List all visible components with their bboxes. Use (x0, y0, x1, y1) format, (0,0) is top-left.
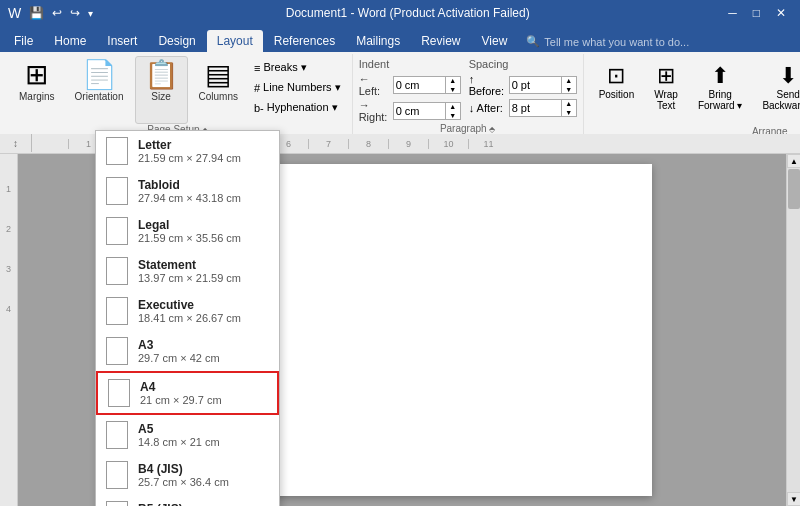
size-option-a3[interactable]: A329.7 cm × 42 cm (96, 331, 279, 371)
page-size-icon (106, 421, 128, 449)
tab-mailings[interactable]: Mailings (346, 30, 410, 52)
ribbon-group-paragraph: Indent ← Left: 0 cm ▲ ▼ → Right: 0 cm (353, 54, 584, 134)
orientation-button[interactable]: 📄 Orientation (66, 56, 133, 124)
page-setup-buttons: ⊞ Margins 📄 Orientation 📋 Size ▤ Columns… (10, 56, 346, 124)
scroll-track[interactable] (787, 168, 800, 492)
spacing-label: Spacing (469, 58, 577, 70)
page-size-dims: 13.97 cm × 21.59 cm (138, 272, 241, 284)
spacing-after-down[interactable]: ▼ (562, 108, 576, 117)
margins-icon: ⊞ (25, 61, 48, 89)
page-size-icon (106, 257, 128, 285)
indent-left-input[interactable]: 0 cm ▲ ▼ (393, 76, 461, 94)
search-field[interactable]: Tell me what you want to do... (544, 36, 689, 48)
indent-right-input[interactable]: 0 cm ▲ ▼ (393, 102, 461, 120)
margins-button[interactable]: ⊞ Margins (10, 56, 64, 124)
scroll-down-btn[interactable]: ▼ (787, 492, 800, 506)
maximize-btn[interactable]: □ (747, 6, 766, 20)
hyphenation-button[interactable]: b‑ Hyphenation ▾ (249, 98, 346, 117)
bring-forward-icon: ⬆ (711, 63, 729, 89)
page-size-dims: 21.59 cm × 27.94 cm (138, 152, 241, 164)
tab-file[interactable]: File (4, 30, 43, 52)
indent-left-row: ← Left: 0 cm ▲ ▼ (359, 73, 461, 97)
redo-icon[interactable]: ↪ (70, 6, 80, 20)
spacing-before-down[interactable]: ▼ (562, 85, 576, 94)
send-backward-button[interactable]: ⬇ SendBackward ▾ (753, 58, 800, 126)
tab-view[interactable]: View (472, 30, 518, 52)
size-option-a5[interactable]: A514.8 cm × 21 cm (96, 415, 279, 455)
minimize-btn[interactable]: ─ (722, 6, 743, 20)
scroll-up-btn[interactable]: ▲ (787, 154, 800, 168)
page-size-dims: 27.94 cm × 43.18 cm (138, 192, 241, 204)
indent-left-up[interactable]: ▲ (446, 76, 460, 85)
size-button[interactable]: 📋 Size (135, 56, 188, 124)
indent-right-down[interactable]: ▼ (446, 111, 460, 120)
undo-icon[interactable]: ↩ (52, 6, 62, 20)
page-size-dims: 18.41 cm × 26.67 cm (138, 312, 241, 324)
page-size-icon (106, 461, 128, 489)
tab-review[interactable]: Review (411, 30, 470, 52)
page-size-icon (106, 501, 128, 506)
page-setup-small-buttons: ≡ Breaks ▾ # Line Numbers ▾ b‑ Hyphenati… (249, 56, 346, 117)
wrap-text-button[interactable]: ⊞ WrapText (645, 58, 687, 126)
size-option-letter[interactable]: Letter21.59 cm × 27.94 cm (96, 131, 279, 171)
send-backward-label: SendBackward ▾ (762, 89, 800, 111)
indent-right-value: 0 cm (394, 105, 445, 117)
left-ruler: 1 2 3 4 (0, 154, 18, 506)
line-numbers-label: Line Numbers ▾ (263, 81, 341, 94)
send-backward-icon: ⬇ (779, 63, 797, 89)
size-option-a4[interactable]: A421 cm × 29.7 cm (96, 371, 279, 415)
breaks-icon: ≡ (254, 62, 260, 74)
indent-right-row: → Right: 0 cm ▲ ▼ (359, 99, 461, 123)
window-title: Document1 - Word (Product Activation Fai… (93, 6, 722, 20)
spacing-before-row: ↑ Before: 0 pt ▲ ▼ (469, 73, 577, 97)
spacing-before-label: ↑ Before: (469, 73, 507, 97)
indent-section: Indent ← Left: 0 cm ▲ ▼ → Right: 0 cm (359, 58, 461, 123)
size-option-tabloid[interactable]: Tabloid27.94 cm × 43.18 cm (96, 171, 279, 211)
spacing-after-up[interactable]: ▲ (562, 99, 576, 108)
tab-home[interactable]: Home (44, 30, 96, 52)
breaks-button[interactable]: ≡ Breaks ▾ (249, 58, 346, 77)
size-label: Size (151, 91, 170, 102)
page-size-name: A4 (140, 380, 222, 394)
spacing-before-up[interactable]: ▲ (562, 76, 576, 85)
page-size-name: Legal (138, 218, 241, 232)
indent-left-down[interactable]: ▼ (446, 85, 460, 94)
bring-forward-button[interactable]: ⬆ BringForward ▾ (689, 58, 751, 126)
indent-right-up[interactable]: ▲ (446, 102, 460, 111)
ruler-corner[interactable]: ↕ (13, 138, 18, 149)
bring-forward-label: BringForward ▾ (698, 89, 742, 111)
indent-right-label: → Right: (359, 99, 391, 123)
search-icon: 🔍 (526, 35, 540, 48)
orientation-icon: 📄 (82, 61, 117, 89)
spacing-after-row: ↓ After: 8 pt ▲ ▼ (469, 99, 577, 117)
size-option-statement[interactable]: Statement13.97 cm × 21.59 cm (96, 251, 279, 291)
columns-button[interactable]: ▤ Columns (190, 56, 247, 124)
size-option-legal[interactable]: Legal21.59 cm × 35.56 cm (96, 211, 279, 251)
tab-design[interactable]: Design (148, 30, 205, 52)
line-numbers-icon: # (254, 82, 260, 94)
page-size-name: B5 (JIS) (138, 502, 229, 506)
page-size-icon (106, 137, 128, 165)
close-btn[interactable]: ✕ (770, 6, 792, 20)
tab-references[interactable]: References (264, 30, 345, 52)
size-option-executive[interactable]: Executive18.41 cm × 26.67 cm (96, 291, 279, 331)
indent-left-label: ← Left: (359, 73, 391, 97)
scroll-thumb[interactable] (788, 169, 800, 209)
position-icon: ⊡ (607, 63, 625, 89)
page-size-name: B4 (JIS) (138, 462, 229, 476)
spacing-after-input[interactable]: 8 pt ▲ ▼ (509, 99, 577, 117)
page-size-icon (106, 217, 128, 245)
save-icon[interactable]: 💾 (29, 6, 44, 20)
size-option-b4-(jis)[interactable]: B4 (JIS)25.7 cm × 36.4 cm (96, 455, 279, 495)
page-size-name: Letter (138, 138, 241, 152)
ribbon-group-arrange: ⊡ Position ⊞ WrapText ⬆ BringForward ▾ ⬇… (584, 54, 800, 134)
ribbon-content: ⊞ Margins 📄 Orientation 📋 Size ▤ Columns… (0, 52, 800, 134)
line-numbers-button[interactable]: # Line Numbers ▾ (249, 78, 346, 97)
vertical-scrollbar[interactable]: ▲ ▼ (786, 154, 800, 506)
page-size-dims: 14.8 cm × 21 cm (138, 436, 220, 448)
position-button[interactable]: ⊡ Position (590, 58, 644, 126)
tab-layout[interactable]: Layout (207, 30, 263, 52)
size-option-b5-(jis)[interactable]: B5 (JIS)18.2 cm × 25.7 cm (96, 495, 279, 506)
tab-insert[interactable]: Insert (97, 30, 147, 52)
spacing-before-input[interactable]: 0 pt ▲ ▼ (509, 76, 577, 94)
